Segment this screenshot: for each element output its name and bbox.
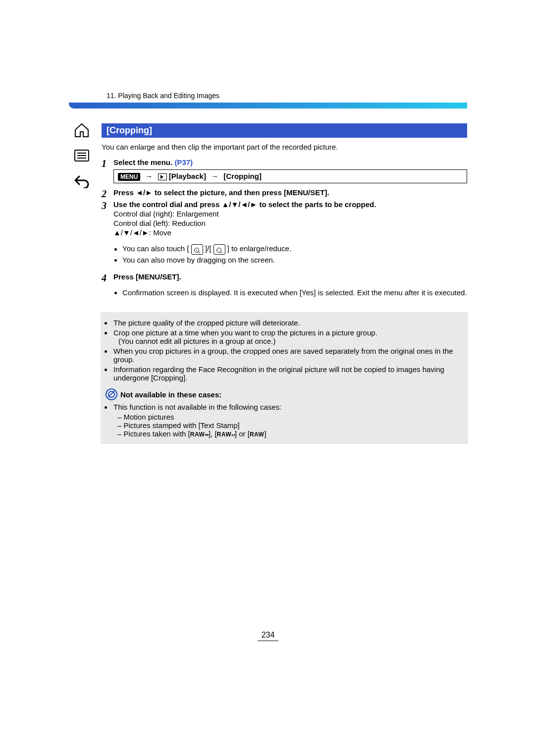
body-line: Control dial (left): Reduction xyxy=(113,219,467,227)
raw-mid: ] or [ xyxy=(235,430,250,438)
touch-reduce-icon: – xyxy=(214,244,225,255)
raw-icon: RAW xyxy=(250,431,265,438)
page-ref-link[interactable]: (P37) xyxy=(174,158,193,166)
case-item-raw: Pictures taken with [RAW▪▪▪], [RAW▪.▪] o… xyxy=(117,430,463,438)
menu-level2: [Cropping] xyxy=(223,172,262,180)
note-item: The picture quality of the cropped pictu… xyxy=(112,319,463,327)
step-body: Select the menu. (P37) MENU → [Playback]… xyxy=(113,158,467,187)
home-icon[interactable] xyxy=(73,123,94,138)
sub-list: You can also touch [ + ]/[ – ] to enlarg… xyxy=(113,244,467,264)
touch-prefix: You can also touch [ xyxy=(122,245,189,253)
step-body: Press [MENU/SET]. Confirmation screen is… xyxy=(113,272,467,304)
step-row: 1 Select the menu. (P37) MENU → [Playbac… xyxy=(102,158,467,187)
prohibited-icon xyxy=(106,388,117,400)
raw-icon: RAW▪▪▪ xyxy=(190,431,209,438)
case-item: Pictures stamped with [Text Stamp] xyxy=(117,421,463,430)
chapter-title: 11. Playing Back and Editing Images xyxy=(69,92,219,100)
not-available-heading: Not available in these cases: xyxy=(106,383,463,401)
not-available-cases: Motion pictures Pictures stamped with [T… xyxy=(106,413,463,438)
step-main: Press ◄/► to select the picture, and the… xyxy=(113,188,467,197)
case-item: Motion pictures xyxy=(117,413,463,421)
step-number: 2 xyxy=(102,188,113,199)
note-item: Crop one picture at a time when you want… xyxy=(112,328,463,345)
step-main: Press [MENU/SET]. xyxy=(113,272,467,281)
content: [Cropping] You can enlarge and then clip… xyxy=(69,108,467,444)
page-inner: 11. Playing Back and Editing Images [Cro… xyxy=(69,92,467,444)
sub-bullet: Confirmation screen is displayed. It is … xyxy=(122,288,467,297)
playback-icon xyxy=(158,173,167,180)
page-number: 234 xyxy=(258,631,279,641)
raw-prefix: Pictures taken with [ xyxy=(124,430,190,438)
step-number: 3 xyxy=(102,200,113,211)
body-line: ▲/▼/◄/►: Move xyxy=(113,228,467,237)
sub-bullet: You can also move by dragging on the scr… xyxy=(122,256,467,264)
section-title: [Cropping] xyxy=(102,123,467,138)
menu-level1: [Playback] xyxy=(169,172,206,180)
arrow-icon: → xyxy=(143,172,156,180)
note-item: Information regarding the Face Recogniti… xyxy=(112,365,463,382)
raw-icon: RAW▪.▪ xyxy=(217,431,235,438)
step-number: 1 xyxy=(102,158,113,169)
step-row: 3 Use the control dial and press ▲/▼/◄/►… xyxy=(102,200,467,271)
note-sub: (You cannot edit all pictures in a group… xyxy=(113,337,463,345)
svg-line-1 xyxy=(198,252,200,253)
step-number: 4 xyxy=(102,272,113,283)
section-intro: You can enlarge and then clip the import… xyxy=(102,143,467,151)
step-body: Use the control dial and press ▲/▼/◄/► t… xyxy=(113,200,467,271)
note-item: When you crop pictures in a group, the c… xyxy=(112,347,463,364)
menu-pill: MENU xyxy=(118,173,140,181)
body-line: Control dial (right): Enlargement xyxy=(113,210,467,218)
not-available-title: Not available in these cases: xyxy=(120,390,221,399)
notes-box: The picture quality of the cropped pictu… xyxy=(101,312,468,444)
side-nav xyxy=(73,123,94,188)
svg-text:–: – xyxy=(218,249,220,252)
header-stripe xyxy=(69,103,467,108)
svg-line-4 xyxy=(220,252,222,253)
svg-text:+: + xyxy=(196,249,198,252)
step-row: 4 Press [MENU/SET]. Confirmation screen … xyxy=(102,272,467,304)
back-icon[interactable] xyxy=(73,173,94,188)
menu-path-box: MENU → [Playback] → [Cropping] xyxy=(113,169,467,183)
toc-icon[interactable] xyxy=(73,149,94,162)
touch-suffix: ] to enlarge/reduce. xyxy=(227,245,291,253)
not-available-lead: This function is not available in the fo… xyxy=(112,403,463,411)
note-text: Crop one picture at a time when you want… xyxy=(113,328,377,337)
step-row: 2 Press ◄/► to select the picture, and t… xyxy=(102,188,467,199)
sub-list: Confirmation screen is displayed. It is … xyxy=(113,288,467,297)
touch-mid: ]/[ xyxy=(205,245,212,253)
step-main: Use the control dial and press ▲/▼/◄/► t… xyxy=(113,200,467,209)
raw-mid: ], [ xyxy=(209,430,217,438)
arrow-icon: → xyxy=(208,172,221,180)
manual-page: 11. Playing Back and Editing Images [Cro… xyxy=(0,0,535,756)
touch-enlarge-icon: + xyxy=(191,244,203,255)
page-footer: 234 xyxy=(69,631,467,641)
sub-bullet: You can also touch [ + ]/[ – ] to enlarg… xyxy=(122,244,467,255)
step-main: Select the menu. xyxy=(113,158,174,166)
chapter-header: 11. Playing Back and Editing Images xyxy=(69,92,467,102)
raw-suffix: ] xyxy=(264,430,266,438)
